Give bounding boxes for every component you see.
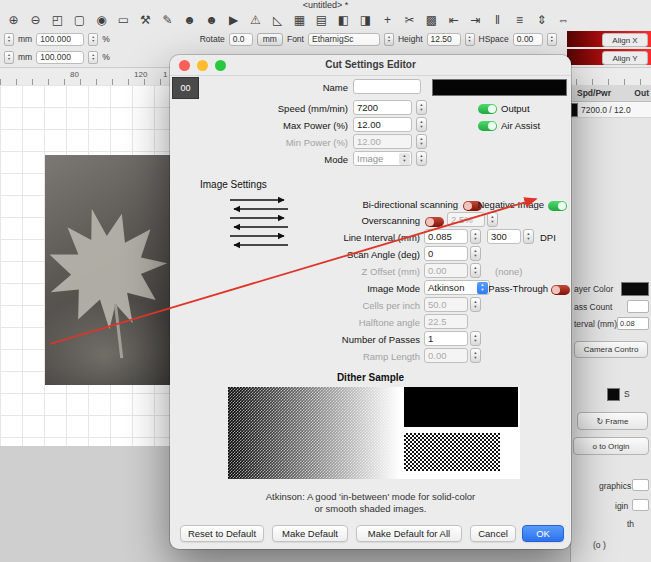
speed-stepper[interactable] — [416, 100, 427, 115]
overscanning-toggle[interactable] — [425, 217, 444, 227]
space-vertical-icon[interactable]: ⇕ — [533, 12, 550, 29]
node-edit-icon[interactable]: + — [379, 12, 396, 29]
scan-angle-field[interactable]: 0 — [424, 246, 468, 261]
halftone-angle-field: 22.5 — [424, 314, 468, 329]
cancel-button[interactable]: Cancel — [470, 525, 516, 542]
pass-through-toggle[interactable] — [551, 285, 570, 295]
cut-shapes-icon[interactable]: ✂ — [401, 12, 418, 29]
cut-settings-editor-dialog: Cut Settings Editor 00 Name Speed (mm/mi… — [170, 55, 571, 549]
layer-color-preview[interactable] — [432, 79, 567, 96]
font-select[interactable]: EtharnigSc — [308, 33, 380, 46]
graphics-checkbox[interactable] — [632, 479, 649, 491]
grid-array-icon[interactable]: ▦ — [291, 12, 308, 29]
align-right-icon[interactable]: ⇥ — [467, 12, 484, 29]
warning-icon[interactable]: ⚠ — [247, 12, 264, 29]
align-y-button[interactable]: Align Y — [602, 51, 648, 65]
show-swatch[interactable] — [607, 388, 620, 401]
rotate-field[interactable]: 0.0 — [229, 33, 253, 46]
make-default-button[interactable]: Make Default — [272, 525, 348, 542]
layer-row[interactable]: 7200.0 / 12.0 — [571, 102, 651, 118]
copy-array-icon[interactable]: ▤ — [313, 12, 330, 29]
z-offset-field: 0.00 — [424, 263, 468, 278]
negative-image-toggle[interactable] — [548, 201, 567, 211]
cuts-layers-panel: Spd/Pwr Out 7200.0 / 12.0 ayer Color ass… — [570, 85, 651, 562]
user-icon[interactable]: ☻ — [181, 12, 198, 29]
dialog-title: Cut Settings Editor — [170, 59, 571, 70]
reset-to-default-button[interactable]: Reset to Default — [180, 525, 264, 542]
pass-count-field[interactable] — [627, 300, 649, 313]
mirror-horizontal-icon[interactable]: ◧ — [335, 12, 352, 29]
dpi-label: DPI — [540, 232, 556, 243]
name-input[interactable] — [353, 79, 421, 94]
height2-stepper[interactable] — [4, 51, 14, 64]
angle-measure-icon[interactable]: ◺ — [269, 12, 286, 29]
ruler-tick-80: 80 — [70, 70, 79, 79]
mode-select-value: Image — [357, 153, 383, 164]
frame-button[interactable]: ↻ Frame — [577, 412, 648, 430]
image-mode-label: Image Mode — [252, 283, 420, 294]
leaf-image-object[interactable] — [45, 155, 170, 385]
font-stepper[interactable] — [384, 33, 394, 46]
align-x-button[interactable]: Align X — [602, 33, 648, 47]
line-interval-stepper[interactable] — [470, 229, 481, 244]
zoom-out-icon[interactable]: ⊖ — [27, 12, 44, 29]
dpi-field[interactable]: 300 — [487, 229, 521, 244]
hspace-stepper[interactable] — [547, 33, 557, 46]
unit-mm-button[interactable]: mm — [257, 33, 283, 46]
offset-fragment-label: (o ) — [593, 540, 606, 550]
zoom-in-icon[interactable]: ⊕ — [5, 12, 22, 29]
dither-black-swatch — [404, 387, 518, 427]
make-default-for-all-button[interactable]: Make Default for All — [356, 525, 462, 542]
mode-select[interactable]: Image — [353, 151, 412, 166]
width-stepper[interactable] — [4, 33, 14, 46]
number-of-passes-field[interactable]: 1 — [424, 331, 468, 346]
pen-icon[interactable]: ✎ — [159, 12, 176, 29]
frame-icon: ↻ — [597, 417, 604, 426]
number-of-passes-stepper[interactable] — [470, 331, 481, 346]
air-assist-toggle[interactable] — [478, 121, 497, 131]
dither-sample-image — [228, 387, 520, 479]
camera-control-button[interactable]: Camera Contro — [574, 341, 648, 358]
window-title: <untitled> * — [0, 0, 651, 10]
height2-value-stepper[interactable] — [88, 51, 98, 64]
ok-button[interactable]: OK — [522, 525, 564, 542]
output-toggle[interactable] — [478, 104, 497, 114]
tools-icon[interactable]: ⚒ — [137, 12, 154, 29]
height-field[interactable]: 12.50 — [427, 33, 461, 46]
ruler-tick-120: 120 — [134, 70, 147, 79]
monitor-icon[interactable]: ▭ — [115, 12, 132, 29]
distribute-horizontal-icon[interactable]: ‖ — [489, 12, 506, 29]
max-power-stepper[interactable] — [416, 117, 427, 132]
zoom-frame-icon[interactable]: ◰ — [49, 12, 66, 29]
height-stepper[interactable] — [465, 33, 475, 46]
selection-frame-icon[interactable]: ▢ — [71, 12, 88, 29]
max-power-field[interactable]: 12.00 — [353, 117, 412, 132]
origin-checkbox[interactable] — [632, 499, 649, 511]
weld-icon[interactable]: ▩ — [423, 12, 440, 29]
camera-icon[interactable]: ◉ — [93, 12, 110, 29]
space-horizontal-icon[interactable]: ⇔ — [555, 12, 572, 29]
width-value-stepper[interactable] — [88, 33, 98, 46]
go-to-origin-button[interactable]: o to Origin — [573, 437, 649, 455]
layer-color-label: ayer Color — [574, 284, 613, 294]
start-icon[interactable]: ▶ — [225, 12, 242, 29]
speed-field[interactable]: 7200 — [353, 100, 412, 115]
user-alt-icon[interactable]: ☻ — [203, 12, 220, 29]
align-left-icon[interactable]: ⇤ — [445, 12, 462, 29]
layer-row-color-sliver — [571, 103, 578, 117]
mode-stepper[interactable] — [416, 151, 427, 166]
line-interval-label: Line Interval (mm) — [252, 232, 420, 243]
negative-image-label: Negative Image — [472, 199, 544, 210]
width-value-field[interactable]: 100.000 — [36, 33, 84, 46]
layer-color-swatch[interactable] — [621, 282, 649, 296]
transform-bar-row1: mm 100.000 % Rotate 0.0 mm Font Etharnig… — [4, 31, 557, 47]
line-interval-field[interactable]: 0.085 — [424, 229, 468, 244]
scan-angle-stepper[interactable] — [470, 246, 481, 261]
hspace-label: HSpace — [479, 34, 509, 44]
hspace-field[interactable]: 0.00 — [513, 33, 543, 46]
height2-value-field[interactable]: 100.000 — [36, 51, 84, 64]
interval-field[interactable]: 0.08 — [617, 317, 649, 330]
distribute-vertical-icon[interactable]: ≡ — [511, 12, 528, 29]
dpi-stepper[interactable] — [523, 229, 534, 244]
mirror-vertical-icon[interactable]: ◨ — [357, 12, 374, 29]
